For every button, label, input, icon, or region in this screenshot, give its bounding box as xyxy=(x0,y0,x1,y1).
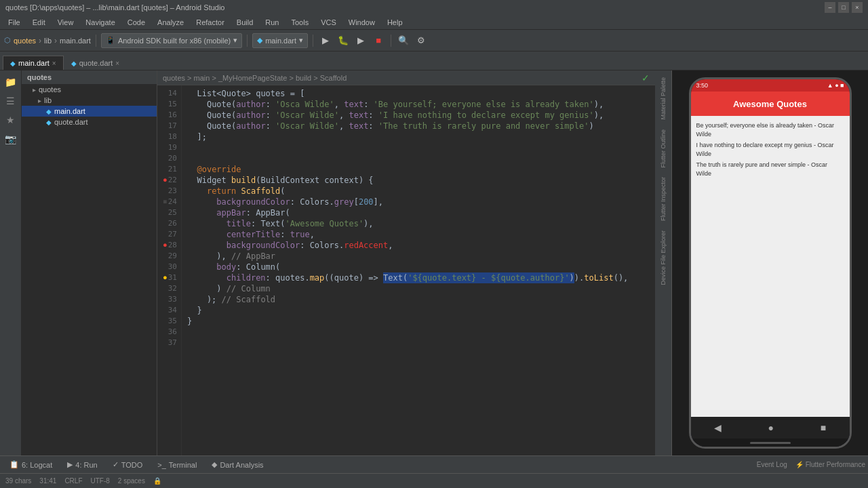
breadcrumb-text: quotes > main > _MyHomePageState > build… xyxy=(163,74,347,82)
device-file-explorer-panel[interactable]: Device File Explorer xyxy=(660,226,667,289)
device-label: Android SDK built for x86 (mobile) xyxy=(118,37,231,45)
device-icon: 📱 xyxy=(106,36,115,45)
tree-quotes-label: quotes xyxy=(39,85,61,94)
menu-window[interactable]: Window xyxy=(343,17,380,28)
phone-quote-2: I have nothing to declare except my geni… xyxy=(696,140,844,159)
tab-main-dart-label: main.dart xyxy=(18,59,50,67)
run-tab[interactable]: ▶ 4: Run xyxy=(60,459,104,470)
phone-signal-icons: ▲ ● ■ xyxy=(827,82,844,89)
menu-tools[interactable]: Tools xyxy=(285,17,314,28)
bottom-tabs: 📋 6: Logcat ▶ 4: Run ✓ TODO >_ Terminal … xyxy=(0,455,868,473)
run-config-dropdown[interactable]: ◆ main.dart ▾ xyxy=(252,33,308,48)
phone-content: Be yourself; everyone else is already ta… xyxy=(691,116,850,417)
tree-quotes-root[interactable]: ▸ quotes xyxy=(22,84,157,95)
search-button[interactable]: 🔍 xyxy=(396,33,411,48)
tab-main-dart[interactable]: ◆ main.dart × xyxy=(3,56,64,70)
minimize-button[interactable]: – xyxy=(825,2,835,13)
status-cursor: 31:41 xyxy=(39,477,56,485)
menu-analyze[interactable]: Analyze xyxy=(152,17,189,28)
flutter-outline-panel[interactable]: Flutter Outline xyxy=(660,125,667,172)
line-numbers: 1415161718 192021 ●22 23 ■24 252627 ●28 … xyxy=(157,85,182,455)
main-dart-breadcrumb[interactable]: main.dart xyxy=(60,37,91,45)
tree-quote-dart-label: quote.dart xyxy=(54,118,88,126)
separator2 xyxy=(247,35,248,47)
close-quote-dart-icon[interactable]: × xyxy=(115,60,119,67)
captures-icon[interactable]: 📷 xyxy=(2,130,20,148)
menu-run[interactable]: Run xyxy=(260,17,284,28)
flutter-inspector-panel[interactable]: Flutter Inspector xyxy=(660,173,667,225)
logcat-icon: 📋 xyxy=(9,460,19,469)
maximize-button[interactable]: □ xyxy=(838,2,849,13)
logcat-tab[interactable]: 📋 6: Logcat xyxy=(3,459,59,470)
project-name[interactable]: quotes xyxy=(14,37,36,45)
chevron-down-icon: ▾ xyxy=(233,36,237,45)
dart-icon-tree2: ◆ xyxy=(46,119,52,126)
tree-lib-folder[interactable]: ▸ lib xyxy=(22,95,157,106)
project-icon: ⬡ xyxy=(4,36,11,45)
logcat-label: 6: Logcat xyxy=(22,461,52,469)
title-bar-text: quotes [D:\apps\quotes] – ...lib\main.da… xyxy=(5,3,224,12)
menu-refactor[interactable]: Refactor xyxy=(191,17,230,28)
status-indent: 2 spaces xyxy=(118,477,145,485)
tree-title: quotes xyxy=(27,73,52,81)
lib-folder[interactable]: lib xyxy=(44,37,52,45)
project-tree-icon[interactable]: 📁 xyxy=(2,73,20,91)
dart-analysis-tab[interactable]: ◆ Dart Analysis xyxy=(205,459,270,470)
terminal-label: Terminal xyxy=(169,461,197,469)
favorites-icon[interactable]: ★ xyxy=(2,111,20,129)
menu-vcs[interactable]: VCS xyxy=(315,17,342,28)
flutter-perf-button[interactable]: ⚡ Flutter Performance xyxy=(795,461,865,468)
home-nav-icon: ● xyxy=(768,422,774,433)
terminal-icon: >_ xyxy=(157,461,166,469)
coverage-button[interactable]: ▶ xyxy=(353,33,368,48)
code-content[interactable]: 1415161718 192021 ●22 23 ■24 252627 ●28 … xyxy=(157,85,655,455)
phone-app-bar: Awesome Quotes xyxy=(691,92,850,116)
phone-preview-panel: 3:50 ▲ ● ■ Awesome Quotes Be yourself; e… xyxy=(671,70,868,455)
title-bar: quotes [D:\apps\quotes] – ...lib\main.da… xyxy=(0,0,868,15)
phone-frame: 3:50 ▲ ● ■ Awesome Quotes Be yourself; e… xyxy=(672,70,868,455)
dart-analysis-label: Dart Analysis xyxy=(220,461,263,469)
menu-help[interactable]: Help xyxy=(382,17,408,28)
device-dropdown[interactable]: 📱 Android SDK built for x86 (mobile) ▾ xyxy=(101,33,242,48)
code-editor[interactable]: quotes > main > _MyHomePageState > build… xyxy=(157,70,655,455)
menu-navigate[interactable]: Navigate xyxy=(80,17,120,28)
todo-tab[interactable]: ✓ TODO xyxy=(106,459,150,470)
dart-file-icon: ◆ xyxy=(10,60,16,67)
phone-quote-3: The truth is rarely pure and never simpl… xyxy=(696,159,844,179)
menu-build[interactable]: Build xyxy=(231,17,258,28)
separator4 xyxy=(391,35,391,47)
tab-quote-dart-label: quote.dart xyxy=(79,59,113,67)
tree-main-dart[interactable]: ◆ main.dart xyxy=(22,106,157,117)
material-palette-panel[interactable]: Material Palette xyxy=(660,73,667,124)
run-button[interactable]: ▶ xyxy=(318,33,333,48)
close-main-dart-icon[interactable]: × xyxy=(52,60,56,67)
tree-header: quotes xyxy=(22,70,157,84)
phone-body: 3:50 ▲ ● ■ Awesome Quotes Be yourself; e… xyxy=(689,77,852,449)
event-log-button[interactable]: Event Log xyxy=(757,461,787,468)
settings-button[interactable]: ⚙ xyxy=(414,33,429,48)
structure-icon[interactable]: ☰ xyxy=(2,92,20,110)
terminal-tab[interactable]: >_ Terminal xyxy=(151,460,203,470)
stop-button[interactable]: ■ xyxy=(371,33,386,48)
close-button[interactable]: × xyxy=(852,2,863,13)
home-indicator xyxy=(750,442,791,444)
menu-code[interactable]: Code xyxy=(122,17,151,28)
tree-quote-dart[interactable]: ◆ quote.dart xyxy=(22,117,157,127)
separator3 xyxy=(313,35,313,47)
tree-main-dart-label: main.dart xyxy=(54,107,85,115)
phone-nav-bar: ◀ ● ■ xyxy=(691,417,850,439)
todo-label: TODO xyxy=(121,461,143,469)
separator1 xyxy=(96,35,96,47)
menu-view[interactable]: View xyxy=(52,17,79,28)
main-area: 📁 ☰ ★ 📷 quotes ▸ quotes ▸ lib ◆ main.dar… xyxy=(0,70,868,455)
tab-quote-dart[interactable]: ◆ quote.dart × xyxy=(64,56,127,70)
menu-edit[interactable]: Edit xyxy=(27,17,51,28)
status-bar: 39 chars 31:41 CRLF UTF-8 2 spaces 🔒 xyxy=(0,473,868,488)
menu-file[interactable]: File xyxy=(3,17,26,28)
status-line-ending: CRLF xyxy=(64,477,82,485)
menu-bar: File Edit View Navigate Code Analyze Ref… xyxy=(0,15,868,30)
check-mark-icon: ✓ xyxy=(642,73,650,83)
debug-button[interactable]: 🐛 xyxy=(336,33,351,48)
left-sidebar: 📁 ☰ ★ 📷 xyxy=(0,70,22,455)
code-lines[interactable]: List<Quote> quotes = [ Quote(author: 'Os… xyxy=(182,85,655,455)
